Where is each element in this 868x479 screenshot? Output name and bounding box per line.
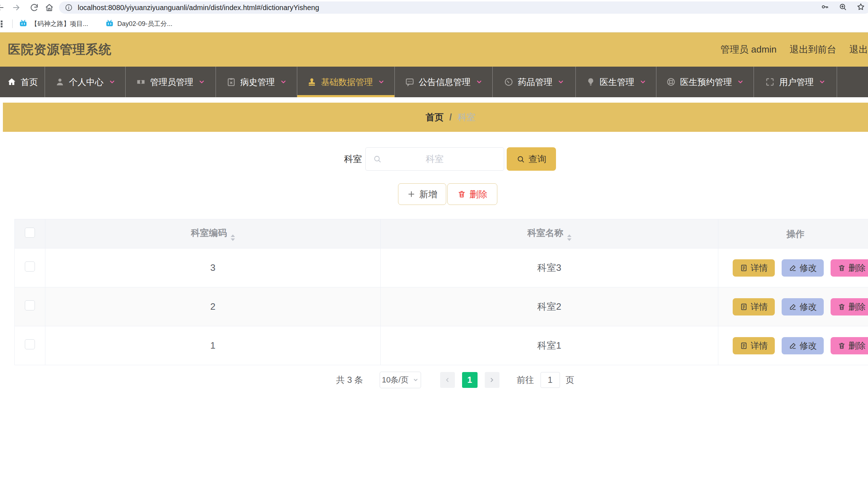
zoom-icon[interactable]	[838, 3, 847, 13]
column-label: 科室名称	[528, 228, 564, 238]
row-checkbox[interactable]	[25, 261, 35, 272]
row-checkbox[interactable]	[25, 339, 35, 349]
chevron-down-icon	[819, 79, 826, 85]
edit-button[interactable]: 修改	[782, 298, 824, 315]
chevron-down-icon	[737, 79, 744, 85]
search-icon	[373, 155, 382, 164]
cell-dept-name: 科室2	[381, 287, 718, 326]
row-checkbox[interactable]	[25, 300, 35, 310]
edit-button[interactable]: 修改	[782, 259, 824, 277]
toolbar: 新增 删除	[0, 183, 868, 205]
chevron-down-icon	[378, 79, 385, 85]
message-icon	[405, 77, 415, 87]
detail-button[interactable]: 详情	[733, 337, 775, 354]
bookmark-item[interactable]: Day02-09-员工分...	[105, 19, 172, 28]
logout-link[interactable]: 退出	[849, 43, 868, 56]
detail-button-label: 详情	[751, 340, 768, 352]
nav-label: 药品管理	[518, 76, 552, 88]
cell-dept-code: 1	[45, 326, 381, 365]
nav-item-base-data[interactable]: 基础数据管理	[297, 67, 395, 97]
breadcrumb: 首页 / 科室	[3, 103, 868, 132]
query-button[interactable]: 查询	[507, 147, 556, 171]
cell-dept-code: 2	[45, 287, 381, 326]
clipboard-icon	[226, 77, 236, 87]
column-label: 科室编码	[191, 228, 227, 238]
filter-row: 科室 查询	[0, 147, 868, 171]
page-number-button[interactable]: 1	[462, 372, 478, 388]
row-delete-button[interactable]: 删除	[831, 259, 868, 277]
nav-item-home[interactable]: 首页	[0, 67, 45, 97]
current-user-label: 管理员 admin	[720, 43, 777, 56]
cell-dept-code: 3	[45, 249, 381, 287]
bilibili-icon	[19, 19, 27, 28]
breadcrumb-home[interactable]: 首页	[426, 111, 444, 123]
search-box	[365, 147, 504, 171]
detail-button-label: 详情	[751, 262, 768, 274]
nav-item-medical-history[interactable]: 病史管理	[216, 67, 297, 97]
password-key-icon[interactable]	[820, 3, 829, 13]
row-delete-button[interactable]: 删除	[831, 337, 868, 354]
address-bar[interactable]: localhost:8080/yiyuanziyuanguanli/admin/…	[59, 1, 868, 14]
table-header-row: 科室编码 科室名称 操作	[15, 219, 868, 249]
row-delete-button-label: 删除	[849, 262, 866, 274]
table-row: 2 科室2 详情 修改 删除	[15, 287, 868, 326]
goto-unit-label: 页	[566, 374, 574, 386]
trash-icon	[457, 190, 466, 198]
apps-grid-icon[interactable]	[0, 19, 6, 28]
page-size-value: 10条/页	[382, 375, 409, 385]
document-icon	[740, 342, 748, 350]
breadcrumb-current: 科室	[457, 111, 475, 123]
add-button-label: 新增	[419, 188, 437, 200]
nav-item-personal-center[interactable]: 个人中心	[45, 67, 126, 97]
prev-page-button[interactable]	[440, 372, 455, 388]
department-table: 科室编码 科室名称 操作 3 科室3 详情 修改 删除	[14, 219, 868, 365]
url-text[interactable]: localhost:8080/yiyuanziyuanguanli/admin/…	[78, 4, 816, 12]
chevron-down-icon	[198, 79, 205, 85]
delete-button[interactable]: 删除	[447, 183, 497, 205]
page-info-icon[interactable]	[65, 4, 73, 12]
home-icon[interactable]	[45, 3, 54, 12]
add-button[interactable]: 新增	[398, 183, 446, 205]
select-all-checkbox[interactable]	[25, 228, 35, 238]
table-row: 3 科室3 详情 修改 删除	[15, 249, 868, 287]
next-page-button[interactable]	[485, 372, 499, 388]
browser-toolbar: localhost:8080/yiyuanziyuanguanli/admin/…	[0, 0, 868, 15]
column-header-code: 科室编码	[45, 219, 381, 249]
row-delete-button-label: 删除	[849, 340, 866, 352]
back-icon[interactable]	[0, 3, 5, 12]
total-count-label: 共 3 条	[336, 374, 363, 386]
app-title: 医院资源管理系统	[8, 41, 112, 58]
exit-to-front-link[interactable]: 退出到前台	[790, 43, 836, 56]
chevron-left-icon	[444, 377, 451, 383]
detail-button[interactable]: 详情	[733, 298, 775, 315]
bookmark-item[interactable]: 【码神之路】项目...	[19, 19, 88, 28]
chevron-down-icon	[639, 79, 646, 85]
sort-carets-icon[interactable]	[231, 234, 235, 241]
nav-label: 个人中心	[69, 76, 104, 88]
nav-item-medicine-management[interactable]: 药品管理	[493, 67, 576, 97]
nav-item-user-management[interactable]: 用户管理	[754, 67, 837, 97]
cubes-icon	[136, 77, 146, 87]
forward-icon[interactable]	[12, 3, 21, 12]
nav-item-doctor-appointments[interactable]: 医生预约管理	[656, 67, 754, 97]
column-header-actions: 操作	[718, 219, 868, 249]
bookmark-star-icon[interactable]	[856, 3, 865, 13]
search-input[interactable]	[366, 148, 504, 170]
table-row: 1 科室1 详情 修改 删除	[15, 326, 868, 365]
pencil-icon	[789, 342, 797, 350]
edit-button[interactable]: 修改	[782, 337, 824, 354]
nav-item-announcements[interactable]: 公告信息管理	[395, 67, 493, 97]
row-delete-button[interactable]: 删除	[831, 298, 868, 315]
divider	[12, 19, 13, 28]
page-size-select[interactable]: 10条/页	[380, 372, 421, 388]
home-icon	[7, 77, 17, 87]
bulb-icon	[586, 77, 596, 87]
goto-page-input[interactable]	[541, 372, 560, 388]
chevron-down-icon	[557, 79, 564, 85]
reload-icon[interactable]	[30, 3, 39, 12]
sort-carets-icon[interactable]	[567, 234, 571, 241]
nav-item-doctor-management[interactable]: 医生管理	[576, 67, 656, 97]
pencil-icon	[789, 303, 797, 311]
nav-item-admin-management[interactable]: 管理员管理	[126, 67, 216, 97]
detail-button[interactable]: 详情	[733, 259, 775, 277]
